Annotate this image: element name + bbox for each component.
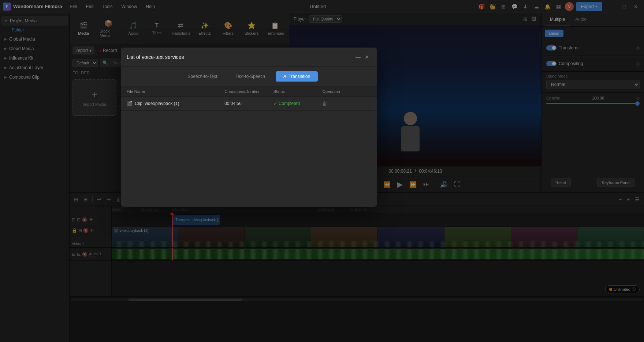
dialog-title: List of voice-text services [127,54,354,60]
dialog-tabs: Speech-to-Text Text-to-Speech AI Transla… [121,67,377,86]
dialog-body: 🎬 Clip_videoplayback (1) 00:04:56 ✓ Comp… [121,97,377,207]
col-header-duration: Characters/Duration [224,89,273,94]
dialog-row-0: 🎬 Clip_videoplayback (1) 00:04:56 ✓ Comp… [121,97,377,110]
duration-label: 00:04:56 [224,101,242,106]
dialog-tab-ai-translation[interactable]: AI Translation [276,71,318,82]
status-completed-badge: ✓ Completed [273,101,300,106]
dialog-tab-text-to-speech[interactable]: Text-to-Speech [228,71,273,82]
dialog-tab-speech-to-text[interactable]: Speech-to-Text [180,71,225,82]
dialog-cell-status: ✓ Completed [273,101,323,106]
col-header-filename: File Name [127,89,224,94]
filename-label: Clip_videoplayback (1) [135,101,179,106]
status-label: Completed [279,101,300,106]
checkmark-icon: ✓ [273,101,277,106]
col-header-operation: Operation [322,89,371,94]
dialog-overlay: List of voice-text services — ✕ Speech-t… [0,0,644,342]
dialog-header: List of voice-text services — ✕ [121,48,377,67]
voice-text-dialog: List of voice-text services — ✕ Speech-t… [121,48,377,207]
dialog-close-button[interactable]: ✕ [362,53,371,61]
dialog-cell-duration: 00:04:56 [224,101,273,106]
file-icon: 🎬 [127,101,133,106]
dialog-table-header: File Name Characters/Duration Status Ope… [121,86,377,97]
delete-row-icon[interactable]: 🗑 [322,101,327,106]
dialog-minimize-button[interactable]: — [354,53,362,61]
col-header-status: Status [273,89,323,94]
dialog-cell-operation: 🗑 [322,101,371,106]
dialog-cell-filename: 🎬 Clip_videoplayback (1) [127,101,224,106]
